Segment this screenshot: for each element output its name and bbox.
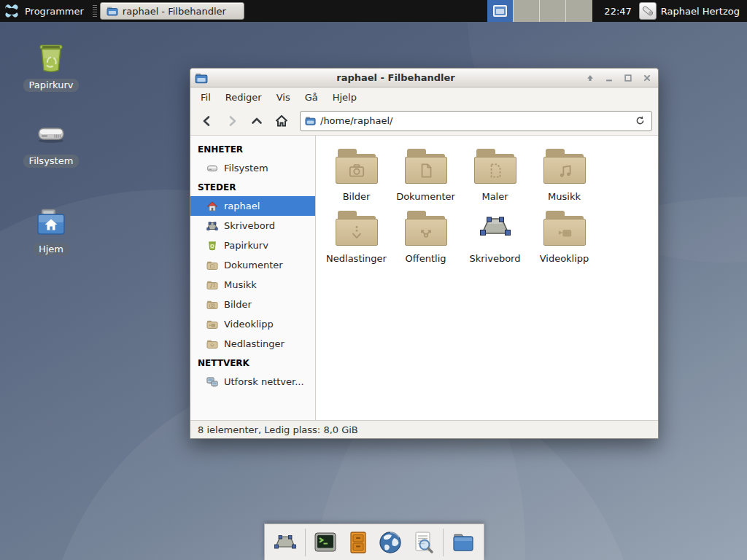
sidebar-item-label: Nedlastinger: [224, 338, 285, 349]
sidebar-item-browse-network[interactable]: Utforsk nettver...: [190, 372, 315, 392]
application-finder-launcher[interactable]: [410, 529, 436, 556]
workspace-3[interactable]: [540, 0, 566, 22]
sidebar: ENHETER Filsystem STEDER raphael: [190, 136, 316, 420]
up-button[interactable]: [246, 111, 268, 131]
file-item-downloads[interactable]: Nedlastinger: [322, 211, 391, 264]
sidebar-item-pictures[interactable]: Bilder: [190, 295, 315, 314]
taskbar-drag-handle[interactable]: [93, 5, 97, 17]
maximize-icon: [623, 73, 633, 83]
folder-icon: [206, 338, 218, 350]
window-title: raphael - Filbehandler: [208, 72, 584, 83]
sidebar-item-videos[interactable]: Videoklipp: [190, 314, 315, 334]
file-manager-launcher[interactable]: [450, 529, 476, 556]
file-item-public[interactable]: Offentlig: [391, 211, 460, 264]
sidebar-item-label: Musikk: [224, 279, 257, 290]
globe-icon: [378, 530, 403, 555]
folder-videos-icon: [543, 211, 586, 246]
home-icon: [206, 201, 218, 212]
folder-downloads-icon: [336, 211, 378, 246]
file-item-label: Dokumenter: [396, 191, 455, 202]
desktop-icon-home[interactable]: Hjem: [16, 205, 86, 256]
folder-icon: [206, 260, 218, 271]
show-desktop-button[interactable]: [272, 529, 298, 556]
minimize-button[interactable]: [603, 71, 616, 85]
menu-view[interactable]: Vis: [271, 90, 296, 105]
folder-icon: [206, 299, 218, 311]
sidebar-item-label: Bilder: [224, 299, 252, 310]
presence-eraser-icon: [640, 4, 655, 18]
reload-button[interactable]: [632, 114, 647, 128]
sidebar-header-network: NETTVERK: [190, 354, 315, 372]
path-input[interactable]: [320, 115, 628, 126]
sidebar-item-filesystem[interactable]: Filsystem: [190, 158, 315, 178]
window-folder-icon: [195, 71, 208, 85]
sidebar-item-label: raphael: [224, 201, 260, 211]
applications-menu-button[interactable]: Programmer: [0, 0, 91, 22]
workspace-window-thumbnail: [493, 5, 507, 17]
file-item-desktop[interactable]: Skrivebord: [460, 211, 530, 264]
taskbar-window-label: raphael - Filbehandler: [123, 6, 226, 17]
taskbar-window-button[interactable]: raphael - Filbehandler: [100, 2, 244, 20]
sidebar-item-music[interactable]: Musikk: [190, 275, 315, 295]
home-folder-icon: [34, 205, 69, 240]
menu-edit[interactable]: Rediger: [220, 90, 268, 105]
file-manager-folder-icon: [451, 530, 476, 555]
home-button[interactable]: [271, 111, 293, 131]
desktop-icon-label: Filsystem: [23, 155, 80, 168]
dock-separator: [305, 529, 306, 556]
forward-button[interactable]: [221, 111, 243, 131]
back-button[interactable]: [196, 111, 218, 131]
titlebar[interactable]: raphael - Filbehandler: [190, 69, 658, 88]
menu-help[interactable]: Hjelp: [327, 90, 363, 105]
applications-menu-label: Programmer: [25, 6, 84, 17]
shade-button[interactable]: [584, 71, 597, 85]
harddrive-icon: [34, 117, 69, 152]
desktop-icon-filesystem[interactable]: Filsystem: [16, 117, 86, 168]
desktop-icon-trash[interactable]: Papirkurv: [16, 41, 86, 92]
music-notes-glyph: [555, 161, 574, 180]
file-cabinet-launcher[interactable]: [345, 529, 371, 556]
menu-file[interactable]: Fil: [195, 90, 217, 105]
sidebar-item-home[interactable]: raphael: [190, 196, 315, 216]
workspace-1[interactable]: [487, 0, 514, 22]
file-item-label: Bilder: [343, 191, 371, 202]
trash-icon: [34, 41, 69, 76]
desktop-icon-label: Hjem: [33, 243, 69, 256]
sidebar-item-label: Skrivebord: [224, 220, 275, 231]
panel-clock[interactable]: 22:47: [592, 6, 638, 17]
file-item-pictures[interactable]: Bilder: [322, 149, 391, 202]
workspace-4[interactable]: [566, 0, 592, 22]
session-status-button[interactable]: [639, 2, 657, 20]
file-item-label: Videoklipp: [540, 253, 589, 264]
sidebar-item-label: Papirkurv: [224, 240, 268, 251]
file-item-templates[interactable]: Maler: [460, 149, 530, 202]
file-item-videos[interactable]: Videoklipp: [530, 211, 599, 264]
web-browser-launcher[interactable]: [377, 529, 403, 556]
file-manager-window: raphael - Filbehandler: [190, 68, 659, 439]
sidebar-item-desktop[interactable]: Skrivebord: [190, 216, 315, 236]
sidebar-item-documents[interactable]: Dokumenter: [190, 255, 315, 275]
terminal-launcher[interactable]: [312, 529, 338, 556]
file-list-view[interactable]: Bilder D: [316, 136, 658, 420]
menubar: Fil Rediger Vis Gå Hjelp: [190, 88, 658, 106]
shade-arrow-icon: [585, 73, 595, 83]
trash-icon: [206, 240, 218, 252]
menu-go[interactable]: Gå: [299, 90, 324, 105]
file-item-documents[interactable]: Dokumenter: [391, 149, 460, 202]
sidebar-item-downloads[interactable]: Nedlastinger: [190, 334, 315, 354]
workspace-switcher[interactable]: [487, 0, 592, 22]
toolbar: [190, 106, 658, 136]
sidebar-item-label: Dokumenter: [224, 260, 283, 271]
maximize-button[interactable]: [622, 71, 635, 85]
folder-pictures-icon: [336, 149, 378, 184]
sidebar-item-trash[interactable]: Papirkurv: [190, 236, 315, 255]
workspace-2[interactable]: [514, 0, 540, 22]
close-icon: [642, 73, 652, 83]
path-bar[interactable]: [300, 111, 652, 131]
dock-separator: [443, 529, 444, 556]
file-item-music[interactable]: Musikk: [530, 149, 599, 202]
panel-user-name[interactable]: Raphael Hertzog: [661, 6, 747, 17]
close-button[interactable]: [640, 71, 654, 85]
home-icon: [274, 114, 289, 128]
file-item-label: Offentlig: [406, 253, 446, 264]
